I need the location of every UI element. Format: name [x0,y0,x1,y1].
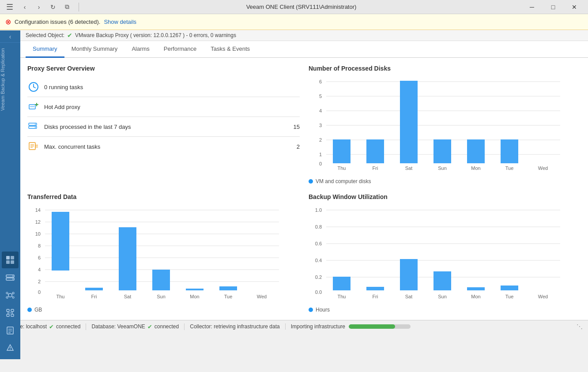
forward-button[interactable]: › [33,2,45,12]
tabs-bar: Summary Monthly Summary Alarms Performan… [20,41,588,58]
bar-sat [119,227,136,290]
proxy-overview-panel: Proxy Server Overview 0 running tasks [27,65,300,184]
legend-dot [309,179,313,184]
svg-text:4: 4 [319,108,322,113]
menu-button[interactable]: ☰ [4,2,16,12]
collapse-button[interactable]: ‹ [0,30,20,43]
sidebar-label: Veeam Backup & Replication [0,43,20,116]
show-details-link[interactable]: Show details [104,19,136,25]
nav-icon-servers[interactable] [2,269,19,286]
left-panel: ‹ Veeam Backup & Replication [0,30,20,359]
svg-rect-2 [6,260,10,264]
max-tasks-item: Max. concurrent tasks 2 [27,136,300,156]
processed-disks-legend: VM and computer disks [309,178,581,184]
backup-window-chart: 1.0 0.8 0.6 0.4 0.2 0.0 Thu Fri [309,206,581,313]
svg-text:Sun: Sun [438,165,447,171]
bar-fri [366,139,384,163]
svg-text:2: 2 [319,137,322,143]
svg-rect-17 [7,309,9,312]
selected-object-label: Selected Object: [26,32,64,38]
svg-text:12: 12 [35,219,41,225]
svg-text:Sun: Sun [157,294,166,299]
transferred-data-panel: Transferred Data 14 12 10 8 6 [27,193,300,313]
nav-icon-alerts[interactable] [2,340,19,357]
bar-sun [433,139,451,163]
bar-thu [52,212,69,271]
svg-text:Tue: Tue [505,165,514,171]
svg-text:1: 1 [319,152,322,157]
refresh-button[interactable]: ↻ [47,2,59,12]
bar-sat [400,259,418,290]
nav-icon-topology[interactable] [2,304,19,321]
svg-point-9 [6,292,8,294]
legend-dot [27,308,32,312]
service-status-text: connected [56,323,80,330]
svg-line-32 [34,87,35,88]
max-tasks-value: 2 [297,143,300,150]
svg-point-40 [35,127,36,128]
svg-text:Mon: Mon [471,294,480,299]
titlebar: ☰ ‹ › ↻ ⧉ Veeam ONE Client (SRV111\Admin… [0,0,588,14]
bar-tue [219,286,237,290]
svg-line-14 [12,294,12,295]
svg-text:8: 8 [38,243,41,248]
legend-label: VM and computer disks [316,178,371,184]
svg-line-13 [8,294,8,295]
svg-point-29 [10,349,11,350]
svg-text:14: 14 [35,207,41,213]
svg-text:Mon: Mon [471,165,480,171]
alert-icon: ⊗ [5,18,11,26]
database-label: Database: VeeamONE [91,323,145,330]
detach-button[interactable]: ⧉ [61,2,73,12]
info-bar: Selected Object: ✔ VMware Backup Proxy (… [20,30,588,41]
maximize-button[interactable]: □ [543,0,563,14]
disks-text: Disks processed in the last 7 days [44,124,289,130]
tab-tasks-events[interactable]: Tasks & Events [204,41,257,58]
svg-text:6: 6 [38,255,41,260]
bar-sun [433,271,451,290]
hotadd-text: Hot Add proxy [44,104,300,110]
legend-dot [309,308,313,312]
svg-text:Sat: Sat [124,294,132,299]
svg-text:Thu: Thu [338,165,346,171]
nav-icon-network[interactable] [2,287,19,304]
nav-icon-jobs[interactable] [2,322,19,339]
tasks-icon [27,140,40,153]
processed-disks-title: Number of Processed Disks [309,65,581,72]
disks-processed-item: Disks processed in the last 7 days 15 [27,116,300,136]
back-button[interactable]: ‹ [19,2,31,12]
processed-disks-svg: 6 5 4 3 2 1 0 Thu Fri [309,77,565,174]
svg-rect-0 [6,256,10,259]
svg-rect-19 [7,314,9,316]
svg-point-10 [12,292,14,294]
bar-mon [186,289,204,290]
bar-tue [501,286,518,290]
disks-value: 15 [294,124,300,130]
svg-text:0.2: 0.2 [315,274,322,280]
tab-monthly-summary[interactable]: Monthly Summary [64,41,125,58]
svg-point-8 [8,293,12,297]
minimize-button[interactable]: ─ [522,0,542,14]
bar-mon [467,287,485,290]
nav-icon-dashboard[interactable] [2,252,19,268]
object-check-icon: ✔ [67,32,72,39]
window-title: Veeam ONE Client (SRV111\Administrator) [81,4,522,10]
svg-line-16 [12,296,12,297]
tab-performance[interactable]: Performance [157,41,204,58]
svg-text:Sat: Sat [405,294,413,299]
svg-line-15 [8,296,8,297]
svg-text:Thu: Thu [57,294,65,299]
running-tasks-item: 0 running tasks [27,77,300,97]
database-status-text: connected [155,323,179,330]
hotadd-icon [27,101,40,113]
tab-alarms[interactable]: Alarms [124,41,156,58]
legend-label: Hours [316,307,330,313]
tab-summary[interactable]: Summary [26,41,64,58]
close-button[interactable]: ✕ [564,0,584,14]
svg-text:3: 3 [319,123,322,128]
svg-text:0.8: 0.8 [315,224,322,229]
status-bar: Service: localhost ✔ connected Database:… [0,320,588,333]
svg-rect-18 [11,309,14,312]
content-area: Selected Object: ✔ VMware Backup Proxy (… [20,30,588,320]
transferred-svg: 14 12 10 8 6 4 2 0 Th [27,206,283,303]
